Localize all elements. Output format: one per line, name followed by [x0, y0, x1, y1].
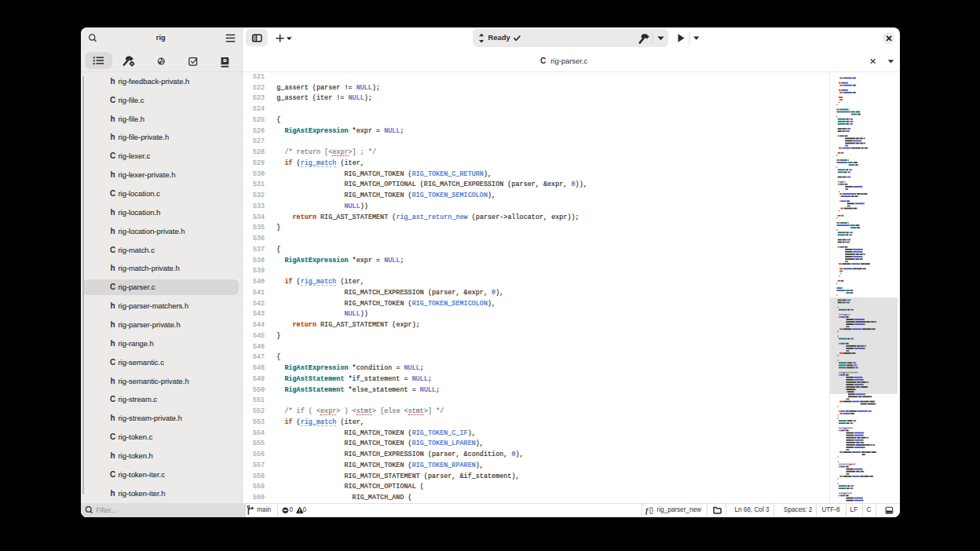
svg-text:{}: {}	[649, 506, 653, 514]
svg-text:f: f	[645, 506, 649, 514]
